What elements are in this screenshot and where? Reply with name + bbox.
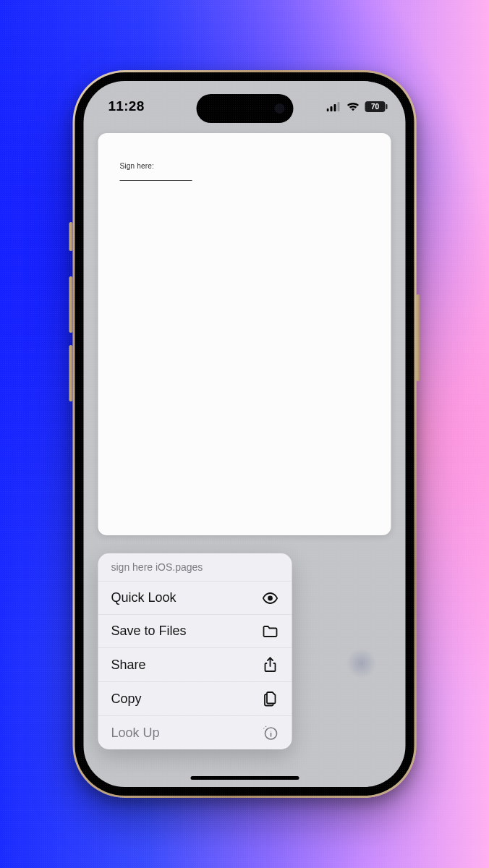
menu-item-label: Look Up — [111, 726, 160, 741]
svg-rect-3 — [338, 102, 340, 111]
phone-screen: 11:28 — [84, 81, 406, 787]
cellular-icon — [327, 102, 341, 111]
home-indicator[interactable] — [190, 776, 299, 780]
folder-icon — [262, 625, 279, 638]
menu-item-copy[interactable]: Copy — [98, 682, 292, 716]
iphone-frame: 11:28 — [73, 70, 417, 798]
document-preview[interactable]: Sign here: — [98, 133, 391, 535]
menu-item-look-up[interactable]: Look Up — [98, 716, 292, 749]
svg-rect-2 — [334, 104, 336, 111]
background-blur-spot — [346, 648, 377, 678]
wifi-icon — [346, 101, 360, 111]
menu-item-label: Share — [111, 658, 146, 673]
battery-icon: 70 — [365, 101, 386, 112]
menu-item-label: Save to Files — [111, 624, 187, 639]
silence-switch — [69, 222, 73, 251]
document-sign-label: Sign here: — [120, 162, 370, 170]
menu-item-label: Quick Look — [111, 590, 177, 605]
lookup-icon — [262, 725, 279, 741]
svg-rect-1 — [331, 106, 333, 111]
svg-point-4 — [268, 595, 273, 600]
menu-item-label: Copy — [111, 692, 142, 707]
menu-item-save-to-files[interactable]: Save to Files — [98, 615, 292, 648]
menu-item-share[interactable]: Share — [98, 648, 292, 682]
svg-point-6 — [271, 731, 271, 731]
status-indicators: 70 — [327, 101, 386, 112]
eye-icon — [262, 592, 279, 604]
context-menu-title: sign here iOS.pages — [98, 553, 292, 582]
signature-line — [120, 180, 192, 181]
menu-item-quick-look[interactable]: Quick Look — [98, 582, 292, 615]
share-icon — [262, 657, 279, 673]
copy-icon — [262, 691, 279, 707]
svg-rect-0 — [327, 109, 329, 111]
power-button — [417, 294, 420, 381]
battery-percent: 70 — [371, 103, 379, 111]
context-menu: sign here iOS.pages Quick Look — [98, 553, 292, 749]
volume-down-button — [69, 345, 73, 401]
status-time: 11:28 — [109, 98, 145, 114]
wallpaper-background: 11:28 — [0, 0, 489, 868]
volume-up-button — [69, 276, 73, 333]
dynamic-island — [196, 94, 293, 123]
